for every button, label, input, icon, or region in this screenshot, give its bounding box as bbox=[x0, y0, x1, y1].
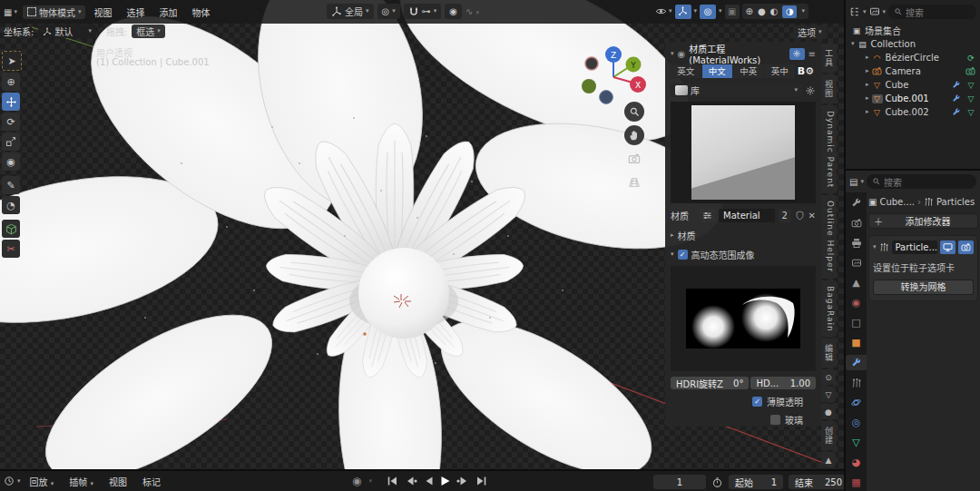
side-tab-create[interactable]: 创建 bbox=[821, 421, 837, 450]
tab-output[interactable] bbox=[848, 235, 864, 250]
falloff-dropdown[interactable]: ∿ ▾ bbox=[466, 6, 479, 16]
auto-key-record-button[interactable]: ◉ bbox=[352, 475, 361, 487]
material-users-count[interactable]: 2 bbox=[779, 209, 791, 222]
annotate-tool[interactable]: ✎ bbox=[2, 176, 20, 194]
side-tab-cursor-icon[interactable]: ▽ bbox=[821, 387, 836, 402]
scale-tool[interactable] bbox=[2, 133, 20, 151]
timeline-editor-icon[interactable] bbox=[4, 476, 15, 486]
viewport-3d[interactable]: 用户透视 (1) Collection | Cube.001 ➤ ⊕ ⟳ ◉ ✎… bbox=[0, 0, 844, 469]
play-button[interactable] bbox=[440, 476, 450, 486]
outliner-item-beziercircle[interactable]: ▸ ◠ BézierCircle ⟳ bbox=[846, 51, 980, 64]
side-tab-ball-icon[interactable]: ● bbox=[821, 404, 836, 419]
menu-markers[interactable]: 标记 bbox=[136, 475, 167, 488]
lang-tab-english[interactable]: 英文 bbox=[671, 64, 701, 78]
jump-to-start-button[interactable] bbox=[387, 476, 398, 486]
current-frame-field[interactable]: 1 bbox=[653, 475, 706, 489]
camera-view-icon[interactable] bbox=[624, 149, 644, 169]
camera-data-icon[interactable] bbox=[965, 66, 976, 76]
tab-render[interactable] bbox=[848, 215, 864, 231]
side-tab-bagarain[interactable]: BagaRain bbox=[821, 280, 837, 338]
hdri-checkbox[interactable]: ✓ bbox=[678, 250, 688, 260]
hdri-rotation-slider[interactable]: HDRI旋转Z 0° bbox=[671, 377, 749, 389]
panel-menu-icon[interactable]: ≡ bbox=[808, 49, 816, 59]
thin-film-checkbox[interactable]: ✓ bbox=[752, 397, 762, 407]
cut-cube-tool[interactable]: ✂ bbox=[2, 240, 20, 258]
side-tab-outline-helper[interactable]: Outline Helper bbox=[821, 195, 837, 278]
menu-keying[interactable]: 插帧 ▾ bbox=[63, 475, 100, 488]
play-reverse-button[interactable] bbox=[424, 476, 434, 486]
outliner-item-cube[interactable]: ▸ ▽ Cube ▽ bbox=[846, 78, 980, 92]
overlays-toggle[interactable]: ◎ bbox=[700, 5, 716, 19]
tab-view-layer[interactable] bbox=[848, 255, 864, 270]
show-viewport-toggle[interactable] bbox=[940, 241, 956, 254]
outliner-filter-icon[interactable] bbox=[869, 6, 880, 17]
lang-tab-en-zh[interactable]: 英中 bbox=[765, 64, 796, 78]
select-box-tool[interactable]: ➤ bbox=[2, 51, 22, 71]
tab-physics[interactable] bbox=[848, 395, 864, 410]
menu-playback[interactable]: 回放 ▾ bbox=[24, 475, 61, 488]
mode-dropdown[interactable]: 物体模式▾ bbox=[23, 5, 86, 19]
outliner-item-cube002[interactable]: ▸ ▽ Cube.002 ▽ bbox=[846, 105, 980, 119]
properties-search-input[interactable]: 搜索 bbox=[867, 174, 976, 189]
side-tab-triangle-icon[interactable]: ▲ bbox=[821, 452, 836, 467]
material-browse-icon[interactable] bbox=[700, 209, 715, 222]
object-icon[interactable]: ▣ bbox=[868, 197, 877, 207]
cursor-tool[interactable]: ⊕ bbox=[2, 73, 20, 91]
hdri-section-collapse-icon[interactable]: ▾ bbox=[671, 251, 674, 258]
visibility-dropdown[interactable]: ▾ bbox=[655, 5, 672, 17]
tab-constraints[interactable]: ◎ bbox=[848, 415, 864, 430]
side-tab-gear-icon[interactable]: ⊙ bbox=[821, 369, 836, 385]
mesh-data-icon[interactable]: ▽ bbox=[965, 81, 976, 90]
modifier-collapse-icon[interactable]: ▾ bbox=[873, 244, 877, 250]
menu-add[interactable]: 添加 bbox=[152, 5, 183, 19]
library-dropdown[interactable]: 库 ▾ bbox=[671, 83, 802, 97]
menu-view[interactable]: 视图 bbox=[87, 5, 118, 19]
convert-to-mesh-button[interactable]: 转换为网格 bbox=[873, 280, 974, 295]
tab-material[interactable]: ◕ bbox=[848, 455, 864, 470]
tab-object-data[interactable]: ▽ bbox=[848, 435, 864, 450]
pan-hand-icon[interactable] bbox=[624, 125, 644, 145]
lang-tab-zh-en[interactable]: 中英 bbox=[733, 64, 764, 78]
jump-to-end-button[interactable] bbox=[475, 476, 487, 486]
side-tab-dynamic-parent[interactable]: Dynamic Parent bbox=[821, 105, 837, 193]
tab-collection[interactable]: □ bbox=[848, 315, 864, 330]
measure-tool[interactable]: ◔ bbox=[2, 196, 20, 214]
orientation-setting-dropdown[interactable]: 默认▾ bbox=[38, 25, 96, 38]
outliner-search-input[interactable]: 搜索 bbox=[888, 5, 976, 19]
editor-type-icon[interactable]: ▦ bbox=[4, 7, 12, 17]
orientation-dropdown[interactable]: 全局▾ bbox=[327, 4, 374, 19]
shading-rendered-icon[interactable]: ◑ bbox=[782, 5, 797, 18]
collection-row[interactable]: ▾ ▤ Collection bbox=[846, 37, 980, 51]
tab-scene[interactable]: ▲ bbox=[848, 275, 864, 290]
navigation-gizmo[interactable]: Z Y X bbox=[572, 41, 662, 113]
hdri-strength-slider[interactable]: HD... 1.00 bbox=[750, 377, 816, 389]
outliner-display-mode-icon[interactable] bbox=[849, 6, 860, 17]
properties-editor-icon[interactable]: ▤ bbox=[849, 177, 858, 187]
glass-checkbox[interactable] bbox=[770, 415, 780, 425]
menu-select[interactable]: 选择 bbox=[120, 5, 151, 19]
panel-pin-button[interactable] bbox=[789, 48, 805, 60]
show-render-toggle[interactable] bbox=[958, 241, 974, 254]
modifier-wrench-icon[interactable] bbox=[952, 94, 963, 103]
zoom-icon[interactable] bbox=[624, 102, 644, 122]
material-unlink-icon[interactable]: ✕ bbox=[808, 211, 816, 221]
move-tool[interactable] bbox=[2, 93, 20, 111]
prev-keyframe-button[interactable] bbox=[405, 476, 417, 486]
add-modifier-button[interactable]: ＋ 添加修改器 bbox=[868, 213, 978, 229]
material-preview[interactable] bbox=[671, 102, 816, 203]
particle-system-icon[interactable] bbox=[924, 197, 934, 207]
modifier-wrench-icon[interactable] bbox=[952, 81, 963, 90]
collection-collapse-icon[interactable]: ▾ bbox=[851, 41, 855, 47]
add-cube-tool[interactable] bbox=[2, 220, 20, 238]
scene-collection-row[interactable]: ▣ 场景集合 bbox=[846, 24, 980, 37]
perspective-toggle-icon[interactable] bbox=[624, 172, 644, 192]
lang-tab-chinese[interactable]: 中文 bbox=[702, 64, 733, 78]
snap-controls[interactable]: ⊶▾ bbox=[404, 4, 442, 19]
side-tab-tool[interactable]: 工具 bbox=[821, 44, 837, 73]
mesh-data-icon[interactable]: ▽ bbox=[965, 94, 976, 103]
outliner-item-camera[interactable]: ▸ Camera bbox=[846, 64, 980, 78]
side-tab-view[interactable]: 视图 bbox=[821, 74, 837, 103]
tab-world[interactable]: ◉ bbox=[848, 295, 864, 310]
panel-collapse-icon[interactable]: ▾ bbox=[671, 51, 674, 57]
options-dropdown[interactable]: 选项▾ bbox=[793, 25, 827, 39]
